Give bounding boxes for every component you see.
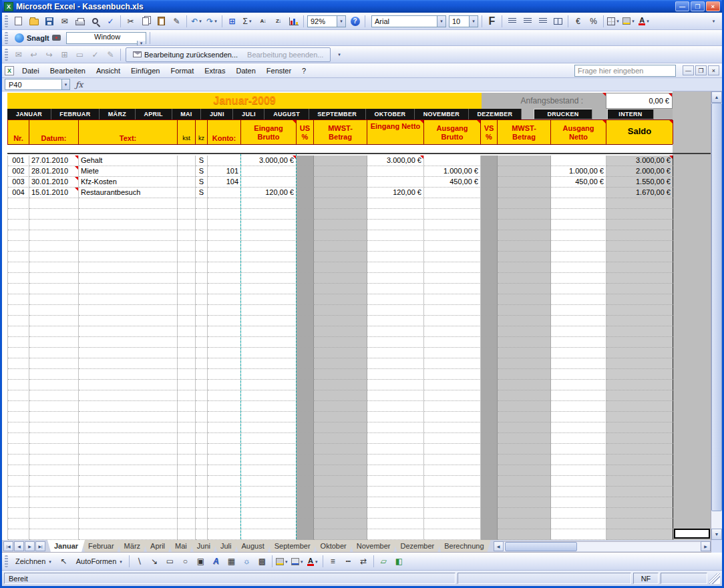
sheet-tab-september[interactable]: September xyxy=(268,540,317,552)
cell-mwst1-36[interactable] xyxy=(314,529,367,540)
cell-eingang_brutto-5[interactable] xyxy=(241,198,297,209)
cell-eingang_brutto-8[interactable] xyxy=(241,230,297,241)
cell-text-36[interactable] xyxy=(79,529,178,540)
cell-us-8[interactable] xyxy=(297,230,314,241)
cell-eingang_brutto-3[interactable] xyxy=(241,177,297,188)
cell-kz-14[interactable] xyxy=(196,294,208,305)
cell-ausgang_netto-27[interactable] xyxy=(551,433,606,444)
cell-saldo-36[interactable] xyxy=(606,529,673,540)
cell-nr-3[interactable]: 003 xyxy=(8,177,29,188)
active-cell-selection[interactable] xyxy=(674,529,710,539)
cell-text-26[interactable] xyxy=(79,422,178,433)
cell-kz-6[interactable] xyxy=(196,209,208,220)
cell-kz-3[interactable]: S xyxy=(196,177,208,188)
cell-datum-31[interactable] xyxy=(29,476,79,487)
cell-saldo-22[interactable] xyxy=(606,380,673,390)
cell-eingang_netto-3[interactable] xyxy=(367,177,424,188)
cell-mwst2-2[interactable] xyxy=(498,166,551,177)
spelling-button[interactable]: ✓ xyxy=(104,15,118,28)
cell-eingang_netto-30[interactable] xyxy=(367,465,424,476)
cell-mwst2-25[interactable] xyxy=(498,412,551,422)
cell-saldo-14[interactable] xyxy=(606,294,673,305)
cell-text-7[interactable] xyxy=(79,220,178,230)
cell-saldo-26[interactable] xyxy=(606,422,673,433)
cell-konto-14[interactable] xyxy=(208,294,241,305)
first-sheet-button[interactable]: |◀ xyxy=(3,541,13,551)
cell-kst-18[interactable] xyxy=(178,337,196,348)
horizontal-scrollbar[interactable] xyxy=(504,541,701,551)
cell-ausgang_netto-8[interactable] xyxy=(551,230,606,241)
cell-ausgang_netto-9[interactable] xyxy=(551,241,606,252)
cell-ausgang_brutto-34[interactable] xyxy=(424,508,481,519)
cell-datum-20[interactable] xyxy=(29,358,79,369)
cell-us-23[interactable] xyxy=(297,390,314,401)
workbook-restore-button[interactable]: ❐ xyxy=(695,65,707,75)
previous-sheet-button[interactable]: ◀ xyxy=(14,541,24,551)
cell-mwst2-13[interactable] xyxy=(498,284,551,294)
cell-mwst2-28[interactable] xyxy=(498,444,551,455)
cell-us-27[interactable] xyxy=(297,433,314,444)
cell-konto-24[interactable] xyxy=(208,401,241,412)
cell-saldo-1[interactable]: 3.000,00 € xyxy=(606,156,673,166)
cell-vs-14[interactable] xyxy=(481,294,498,305)
cell-eingang_netto-5[interactable] xyxy=(367,198,424,209)
select-objects-button[interactable]: ↖ xyxy=(57,555,71,568)
cell-konto-29[interactable] xyxy=(208,455,241,465)
cell-datum-32[interactable] xyxy=(29,487,79,497)
cell-us-3[interactable] xyxy=(297,177,314,188)
cell-datum-22[interactable] xyxy=(29,380,79,390)
cut-button[interactable]: ✂ xyxy=(124,15,138,28)
cell-mwst1-4[interactable] xyxy=(314,188,367,198)
cell-saldo-7[interactable] xyxy=(606,220,673,230)
cell-konto-23[interactable] xyxy=(208,390,241,401)
cell-mwst2-12[interactable] xyxy=(498,273,551,284)
cell-ausgang_brutto-27[interactable] xyxy=(424,433,481,444)
vertical-scrollbar[interactable]: ▲ ▼ xyxy=(711,91,722,540)
cell-vs-6[interactable] xyxy=(481,209,498,220)
cell-saldo-33[interactable] xyxy=(606,497,673,508)
sheet-tab-juli[interactable]: Juli xyxy=(214,540,238,552)
cell-saldo-23[interactable] xyxy=(606,390,673,401)
sheet-tab-oktober[interactable]: Oktober xyxy=(314,540,353,552)
cell-kst-22[interactable] xyxy=(178,380,196,390)
cell-vs-27[interactable] xyxy=(481,433,498,444)
cell-text-33[interactable] xyxy=(79,497,178,508)
cell-us-6[interactable] xyxy=(297,209,314,220)
cell-eingang_netto-18[interactable] xyxy=(367,337,424,348)
cell-mwst2-11[interactable] xyxy=(498,262,551,273)
cell-kz-5[interactable] xyxy=(196,198,208,209)
cell-eingang_brutto-10[interactable] xyxy=(241,252,297,262)
print-button[interactable] xyxy=(73,15,87,28)
month-button-september[interactable]: SEPTEMBER xyxy=(309,109,366,119)
cell-saldo-17[interactable] xyxy=(606,326,673,337)
cell-datum-26[interactable] xyxy=(29,422,79,433)
cell-nr-13[interactable] xyxy=(8,284,29,294)
help-button[interactable]: ? xyxy=(348,15,362,28)
cell-datum-4[interactable]: 15.01.2010 xyxy=(29,188,79,198)
cell-eingang_netto-2[interactable] xyxy=(367,166,424,177)
cell-ausgang_brutto-16[interactable] xyxy=(424,316,481,326)
cell-nr-25[interactable] xyxy=(8,412,29,422)
cell-datum-21[interactable] xyxy=(29,369,79,380)
cell-eingang_netto-31[interactable] xyxy=(367,476,424,487)
cell-ausgang_netto-6[interactable] xyxy=(551,209,606,220)
cell-saldo-25[interactable] xyxy=(606,412,673,422)
cell-mwst1-16[interactable] xyxy=(314,316,367,326)
cell-datum-34[interactable] xyxy=(29,508,79,519)
cell-mwst1-8[interactable] xyxy=(314,230,367,241)
cell-mwst2-36[interactable] xyxy=(498,529,551,540)
cell-kst-31[interactable] xyxy=(178,476,196,487)
cell-mwst1-32[interactable] xyxy=(314,487,367,497)
cell-datum-15[interactable] xyxy=(29,305,79,316)
toolbar-options-button[interactable]: ▾ xyxy=(331,48,345,61)
insert-table-button[interactable]: ⊞ xyxy=(225,15,239,28)
cell-datum-3[interactable]: 30.01.2010 xyxy=(29,177,79,188)
cell-ausgang_netto-5[interactable] xyxy=(551,198,606,209)
cell-ausgang_brutto-36[interactable] xyxy=(424,529,481,540)
resize-grip[interactable] xyxy=(709,573,720,584)
month-button-juni[interactable]: JUNI xyxy=(201,109,233,119)
cell-mwst1-33[interactable] xyxy=(314,497,367,508)
cell-text-27[interactable] xyxy=(79,433,178,444)
cell-konto-18[interactable] xyxy=(208,337,241,348)
month-button-oktober[interactable]: OKTOBER xyxy=(366,109,415,119)
